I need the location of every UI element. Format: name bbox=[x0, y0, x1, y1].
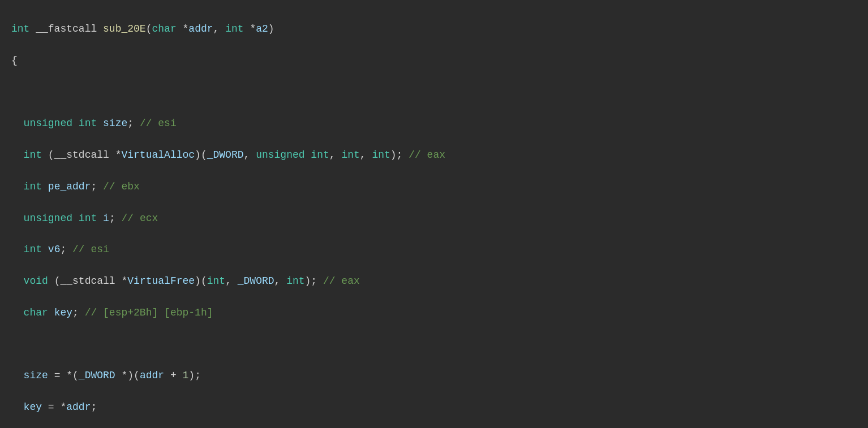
line-blank2 bbox=[11, 337, 857, 353]
line-var6: void (__stdcall *VirtualFree)(int, _DWOR… bbox=[11, 274, 857, 289]
line-open-brace1: { bbox=[11, 53, 857, 69]
line-var4: unsigned int i; // ecx bbox=[11, 211, 857, 227]
line-var5: int v6; // esi bbox=[11, 242, 857, 258]
line-func-decl: int __fastcall sub_20E(char *addr, int *… bbox=[11, 21, 857, 37]
line-var1: unsigned int size; // esi bbox=[11, 116, 857, 132]
line-var3: int pe_addr; // ebx bbox=[11, 179, 857, 195]
line-stmt2: key = *addr; bbox=[11, 400, 857, 416]
line-blank1 bbox=[11, 84, 857, 100]
line-var2: int (__stdcall *VirtualAlloc)(_DWORD, un… bbox=[11, 148, 857, 163]
line-var7: char key; // [esp+2Bh] [ebp-1h] bbox=[11, 305, 857, 321]
code-view: int __fastcall sub_20E(char *addr, int *… bbox=[11, 6, 857, 428]
line-stmt1: size = *(_DWORD *)(addr + 1); bbox=[11, 368, 857, 384]
